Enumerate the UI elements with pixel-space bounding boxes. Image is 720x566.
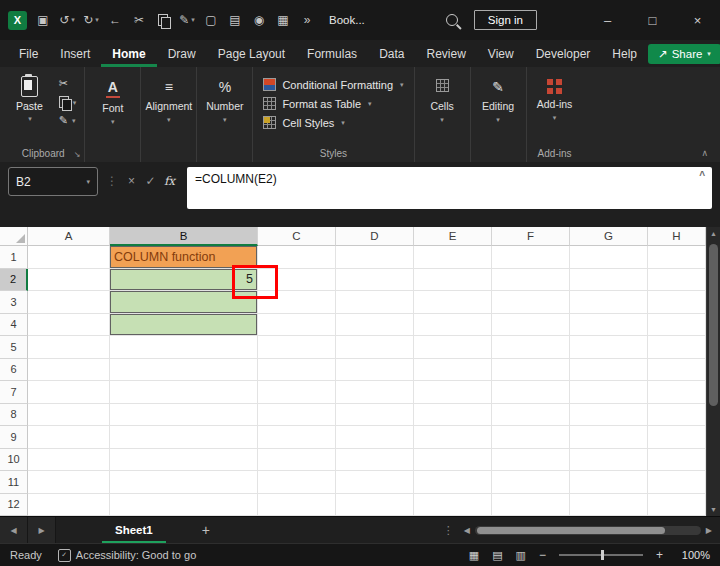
clipboard-dialog-launcher-icon[interactable]: ↘ (74, 150, 81, 159)
cell-A11[interactable] (28, 471, 110, 494)
number-group-button[interactable]: % Number ▾ (197, 67, 253, 162)
cell-styles-button[interactable]: Cell Styles ▾ (263, 116, 344, 129)
vertical-scrollbar-thumb[interactable] (709, 244, 718, 406)
scroll-up-icon[interactable]: ▲ (707, 230, 720, 237)
cell-D8[interactable] (336, 404, 414, 427)
cell-B5[interactable] (110, 336, 258, 359)
cell-E7[interactable] (414, 381, 492, 404)
cell-C9[interactable] (258, 426, 336, 449)
cell-H6[interactable] (648, 359, 706, 382)
editing-group-button[interactable]: ✎ Editing ▾ (471, 67, 527, 162)
cell-F6[interactable] (492, 359, 570, 382)
cell-C1[interactable] (258, 246, 336, 269)
cell-F10[interactable] (492, 449, 570, 472)
tab-review[interactable]: Review (415, 40, 476, 67)
cell-D3[interactable] (336, 291, 414, 314)
cell-D4[interactable] (336, 314, 414, 337)
row-header-3[interactable]: 3 (0, 291, 28, 314)
row-header-10[interactable]: 10 (0, 449, 28, 472)
cell-C7[interactable] (258, 381, 336, 404)
formula-input[interactable]: =COLUMN(E2) ^ (187, 167, 712, 209)
sign-in-button[interactable]: Sign in (474, 10, 537, 30)
tab-data[interactable]: Data (368, 40, 415, 67)
cell-D7[interactable] (336, 381, 414, 404)
format-as-table-button[interactable]: Format as Table ▾ (263, 97, 371, 110)
cell-C12[interactable] (258, 494, 336, 517)
cell-F7[interactable] (492, 381, 570, 404)
page-break-view-icon[interactable]: ▥ (516, 549, 526, 562)
enter-formula-icon[interactable]: ✓ (141, 167, 160, 196)
scroll-right-icon[interactable]: ▶ (706, 526, 712, 535)
qat-overflow-button[interactable]: » (295, 0, 319, 40)
next-sheet-button[interactable]: ▶ (28, 517, 56, 543)
save-button[interactable]: ▣ (31, 0, 55, 40)
cell-D1[interactable] (336, 246, 414, 269)
cell-C10[interactable] (258, 449, 336, 472)
table-quick-button[interactable]: ▦ (271, 0, 295, 40)
redo-button[interactable]: ↻▾ (79, 0, 103, 40)
sheet-bar-dots-icon[interactable]: ⋮ (443, 524, 454, 537)
cell-A2[interactable] (28, 269, 110, 292)
font-group-button[interactable]: A Font ▾ (85, 67, 141, 162)
cell-F12[interactable] (492, 494, 570, 517)
row-header-6[interactable]: 6 (0, 359, 28, 382)
paste-button[interactable]: Paste ▾ (10, 73, 49, 126)
cell-C3[interactable] (258, 291, 336, 314)
row-header-7[interactable]: 7 (0, 381, 28, 404)
cell-H4[interactable] (648, 314, 706, 337)
maximize-button[interactable]: □ (630, 0, 675, 40)
conditional-formatting-button[interactable]: Conditional Formatting ▾ (263, 78, 403, 91)
row-header-11[interactable]: 11 (0, 471, 28, 494)
cell-B10[interactable] (110, 449, 258, 472)
normal-view-icon[interactable]: ▦ (469, 549, 479, 562)
cell-H1[interactable] (648, 246, 706, 269)
alignment-group-button[interactable]: ≡ Alignment ▾ (141, 67, 197, 162)
minimize-button[interactable]: – (585, 0, 630, 40)
zoom-in-button[interactable]: + (656, 548, 663, 562)
cell-H9[interactable] (648, 426, 706, 449)
cell-B8[interactable] (110, 404, 258, 427)
cell-C6[interactable] (258, 359, 336, 382)
cell-E9[interactable] (414, 426, 492, 449)
cell-A3[interactable] (28, 291, 110, 314)
zoom-slider-thumb[interactable] (601, 550, 604, 560)
cell-F8[interactable] (492, 404, 570, 427)
addins-icon[interactable] (547, 79, 562, 94)
column-header-C[interactable]: C (258, 227, 336, 246)
cell-E8[interactable] (414, 404, 492, 427)
cell-E10[interactable] (414, 449, 492, 472)
accessibility-status[interactable]: ✓ Accessibility: Good to go (58, 549, 196, 562)
cell-A12[interactable] (28, 494, 110, 517)
add-sheet-button[interactable]: + (196, 522, 216, 538)
cell-B2[interactable]: 5 (110, 269, 258, 292)
expand-formula-bar-icon[interactable]: ^ (699, 170, 705, 181)
cell-G7[interactable] (570, 381, 648, 404)
row-header-5[interactable]: 5 (0, 336, 28, 359)
column-header-A[interactable]: A (28, 227, 110, 246)
cell-A4[interactable] (28, 314, 110, 337)
cell-G6[interactable] (570, 359, 648, 382)
cell-B7[interactable] (110, 381, 258, 404)
cell-F2[interactable] (492, 269, 570, 292)
zoom-slider[interactable] (559, 554, 643, 556)
cell-F3[interactable] (492, 291, 570, 314)
select-all-corner[interactable] (0, 227, 28, 246)
collapse-ribbon-icon[interactable]: ∧ (701, 148, 708, 158)
cell-F1[interactable] (492, 246, 570, 269)
horizontal-scrollbar-thumb[interactable] (477, 527, 665, 534)
back-button[interactable]: ← (103, 0, 127, 40)
cell-A5[interactable] (28, 336, 110, 359)
sheet-tab-sheet1[interactable]: Sheet1 (102, 517, 166, 543)
cell-A7[interactable] (28, 381, 110, 404)
cell-F9[interactable] (492, 426, 570, 449)
tab-formulas[interactable]: Formulas (296, 40, 368, 67)
cells-group-button[interactable]: Cells ▾ (415, 67, 471, 162)
print-button[interactable]: ▤ (223, 0, 247, 40)
vertical-scrollbar[interactable]: ▲ ▼ (706, 227, 720, 516)
format-painter-button[interactable]: ✎▾ (59, 115, 77, 126)
cell-H10[interactable] (648, 449, 706, 472)
cell-C11[interactable] (258, 471, 336, 494)
cell-D10[interactable] (336, 449, 414, 472)
new-file-button[interactable]: ▢ (199, 0, 223, 40)
cell-H2[interactable] (648, 269, 706, 292)
